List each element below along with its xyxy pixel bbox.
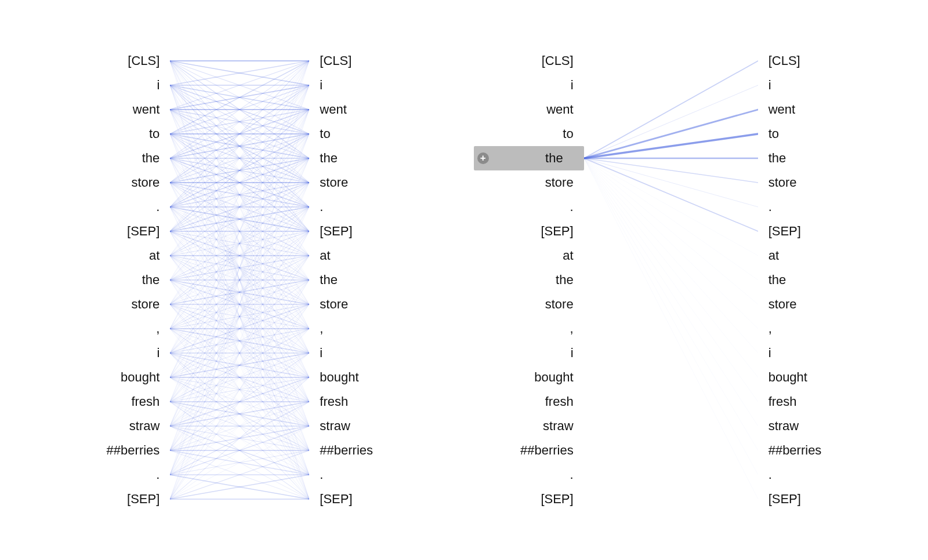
full-attention-panel: [CLS]iwenttothestore.[SEP]atthestore,ibo… — [60, 49, 419, 511]
tgt-token-12[interactable]: i — [309, 341, 419, 365]
focus-tgt-token-15[interactable]: straw — [758, 414, 868, 438]
focus-src-token-3[interactable]: to — [474, 122, 584, 146]
focus-attention-edge — [584, 158, 758, 280]
focus-src-token-17[interactable]: . — [474, 463, 584, 487]
focus-src-token-5[interactable]: store — [474, 170, 584, 195]
focus-src-token-18[interactable]: [SEP] — [474, 487, 584, 511]
src-token-2[interactable]: went — [60, 97, 170, 122]
focus-left-token-column: [CLS]iwentto+thestore.[SEP]atthestore,ib… — [474, 49, 584, 511]
focus-tgt-token-7[interactable]: [SEP] — [758, 219, 868, 243]
focus-src-token-8[interactable]: at — [474, 243, 584, 268]
src-token-18[interactable]: [SEP] — [60, 487, 170, 511]
focus-tgt-token-12[interactable]: i — [758, 341, 868, 365]
focus-attention-lines — [584, 49, 758, 511]
src-token-0[interactable]: [CLS] — [60, 49, 170, 73]
focus-attention-edge — [584, 158, 758, 475]
tgt-token-17[interactable]: . — [309, 463, 419, 487]
focus-tgt-token-16[interactable]: ##berries — [758, 438, 868, 463]
focus-src-token-7[interactable]: [SEP] — [474, 219, 584, 243]
src-token-6[interactable]: . — [60, 195, 170, 219]
focus-tgt-token-1[interactable]: i — [758, 73, 868, 97]
src-token-11[interactable]: , — [60, 317, 170, 341]
src-token-15[interactable]: straw — [60, 414, 170, 438]
focus-tgt-token-6[interactable]: . — [758, 195, 868, 219]
selected-token[interactable]: +the — [474, 146, 584, 170]
tgt-token-18[interactable]: [SEP] — [309, 487, 419, 511]
full-attention-lines — [170, 49, 309, 511]
focus-attention-edge — [584, 85, 758, 158]
plus-icon[interactable]: + — [477, 152, 489, 164]
tgt-token-5[interactable]: store — [309, 170, 419, 195]
focus-src-token-11[interactable]: , — [474, 317, 584, 341]
src-token-7[interactable]: [SEP] — [60, 219, 170, 243]
focus-src-token-14[interactable]: fresh — [474, 390, 584, 414]
focus-attention-edge — [584, 158, 758, 207]
tgt-token-3[interactable]: to — [309, 122, 419, 146]
focus-attention-edge — [584, 158, 758, 353]
src-token-12[interactable]: i — [60, 341, 170, 365]
focus-right-token-column: [CLS]iwenttothestore.[SEP]atthestore,ibo… — [758, 49, 868, 511]
focus-attention-edge — [584, 158, 758, 377]
focus-tgt-token-13[interactable]: bought — [758, 365, 868, 390]
focus-attention-edge — [584, 110, 758, 158]
src-token-4[interactable]: the — [60, 146, 170, 170]
focus-tgt-token-18[interactable]: [SEP] — [758, 487, 868, 511]
focus-src-token-0[interactable]: [CLS] — [474, 49, 584, 73]
tgt-token-2[interactable]: went — [309, 97, 419, 122]
focus-attention-edge — [584, 134, 758, 158]
right-token-column: [CLS]iwenttothestore.[SEP]atthestore,ibo… — [309, 49, 419, 511]
src-token-10[interactable]: store — [60, 292, 170, 317]
src-token-8[interactable]: at — [60, 243, 170, 268]
attention-highlight — [758, 195, 868, 219]
focus-attention-edge — [584, 61, 758, 158]
focus-tgt-token-9[interactable]: the — [758, 268, 868, 292]
tgt-token-16[interactable]: ##berries — [309, 438, 419, 463]
focus-tgt-token-0[interactable]: [CLS] — [758, 49, 868, 73]
tgt-token-4[interactable]: the — [309, 146, 419, 170]
focus-tgt-token-10[interactable]: store — [758, 292, 868, 317]
focus-src-token-1[interactable]: i — [474, 73, 584, 97]
focus-src-token-9[interactable]: the — [474, 268, 584, 292]
focus-tgt-token-8[interactable]: at — [758, 243, 868, 268]
focus-tgt-token-3[interactable]: to — [758, 122, 868, 146]
tgt-token-15[interactable]: straw — [309, 414, 419, 438]
tgt-token-7[interactable]: [SEP] — [309, 219, 419, 243]
focus-tgt-token-2[interactable]: went — [758, 97, 868, 122]
src-token-13[interactable]: bought — [60, 365, 170, 390]
focus-tgt-token-4[interactable]: the — [758, 146, 868, 170]
src-token-9[interactable]: the — [60, 268, 170, 292]
focus-attention-edge — [584, 158, 758, 256]
left-token-column: [CLS]iwenttothestore.[SEP]atthestore,ibo… — [60, 49, 170, 511]
focus-src-token-12[interactable]: i — [474, 341, 584, 365]
src-token-1[interactable]: i — [60, 73, 170, 97]
focus-src-token-10[interactable]: store — [474, 292, 584, 317]
tgt-token-13[interactable]: bought — [309, 365, 419, 390]
tgt-token-14[interactable]: fresh — [309, 390, 419, 414]
focus-tgt-token-5[interactable]: store — [758, 170, 868, 195]
tgt-token-1[interactable]: i — [309, 73, 419, 97]
tgt-token-11[interactable]: , — [309, 317, 419, 341]
focus-tgt-token-14[interactable]: fresh — [758, 390, 868, 414]
src-token-17[interactable]: . — [60, 463, 170, 487]
src-token-14[interactable]: fresh — [60, 390, 170, 414]
attention-highlight — [758, 170, 868, 195]
tgt-token-0[interactable]: [CLS] — [309, 49, 419, 73]
src-token-16[interactable]: ##berries — [60, 438, 170, 463]
focus-attention-panel: [CLS]iwentto+thestore.[SEP]atthestore,ib… — [474, 49, 868, 511]
focus-src-token-2[interactable]: went — [474, 97, 584, 122]
focus-attention-edge — [584, 158, 758, 450]
src-token-3[interactable]: to — [60, 122, 170, 146]
focus-src-token-16[interactable]: ##berries — [474, 438, 584, 463]
focus-src-token-13[interactable]: bought — [474, 365, 584, 390]
focus-tgt-token-11[interactable]: , — [758, 317, 868, 341]
focus-tgt-token-17[interactable]: . — [758, 463, 868, 487]
tgt-token-9[interactable]: the — [309, 268, 419, 292]
tgt-token-6[interactable]: . — [309, 195, 419, 219]
tgt-token-8[interactable]: at — [309, 243, 419, 268]
focus-src-token-6[interactable]: . — [474, 195, 584, 219]
focus-src-token-15[interactable]: straw — [474, 414, 584, 438]
tgt-token-10[interactable]: store — [309, 292, 419, 317]
attention-highlight — [758, 146, 868, 170]
src-token-5[interactable]: store — [60, 170, 170, 195]
selected-token-label: the — [494, 146, 574, 170]
